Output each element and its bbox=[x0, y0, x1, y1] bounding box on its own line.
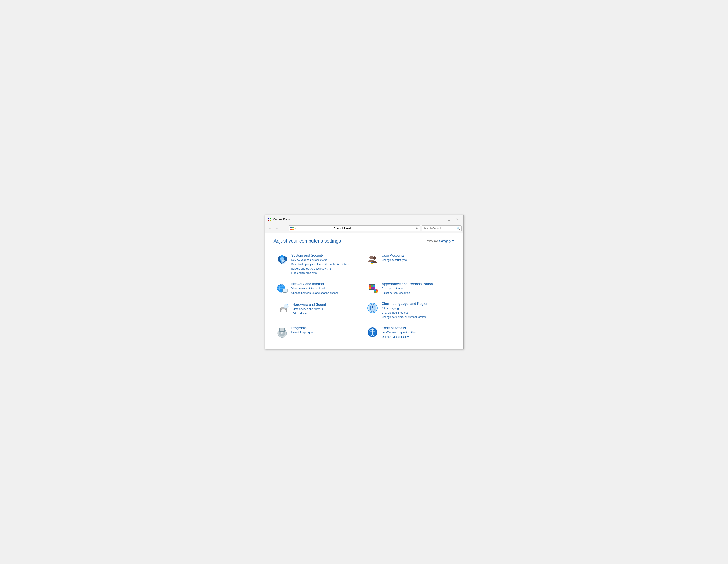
address-chevron-button[interactable]: ⌄ bbox=[411, 226, 415, 230]
search-box[interactable]: 🔍 bbox=[422, 225, 462, 231]
category-system-security[interactable]: System and Security Review your computer… bbox=[274, 250, 364, 279]
clock-language-icon bbox=[366, 302, 379, 314]
search-input[interactable] bbox=[423, 227, 456, 230]
window-controls: — □ ✕ bbox=[438, 217, 461, 222]
content-header: Adjust your computer's settings View by:… bbox=[274, 238, 455, 244]
svg-rect-3 bbox=[270, 220, 271, 221]
category-ease-of-access[interactable]: Ease of Access Let Windows suggest setti… bbox=[364, 323, 455, 342]
minimize-button[interactable]: — bbox=[438, 217, 445, 222]
programs-icon bbox=[276, 326, 288, 338]
search-button[interactable]: 🔍 bbox=[457, 227, 460, 230]
programs-title[interactable]: Programs bbox=[291, 326, 314, 330]
view-by-control: View by: Category ▼ bbox=[427, 239, 455, 243]
ease-of-access-link-2[interactable]: Optimize visual display bbox=[382, 335, 417, 339]
svg-point-12 bbox=[373, 256, 376, 260]
svg-rect-5 bbox=[292, 227, 294, 228]
svg-rect-28 bbox=[371, 285, 373, 287]
view-by-label: View by: bbox=[427, 239, 438, 243]
ease-of-access-icon bbox=[366, 326, 379, 338]
svg-rect-7 bbox=[292, 229, 294, 230]
clock-language-link-3[interactable]: Change date, time, or number formats bbox=[382, 315, 428, 319]
chevron-down-icon: ▼ bbox=[452, 239, 455, 243]
svg-point-11 bbox=[369, 256, 373, 259]
programs-text: Programs Uninstall a program bbox=[291, 326, 314, 335]
refresh-button[interactable]: ↻ bbox=[415, 226, 418, 230]
view-by-dropdown[interactable]: Category ▼ bbox=[439, 239, 455, 243]
programs-link-1[interactable]: Uninstall a program bbox=[291, 331, 314, 335]
svg-rect-2 bbox=[268, 220, 269, 221]
svg-rect-36 bbox=[282, 309, 285, 312]
ease-of-access-link-1[interactable]: Let Windows suggest settings bbox=[382, 331, 417, 335]
ease-of-access-title[interactable]: Ease of Access bbox=[382, 326, 417, 330]
svg-rect-6 bbox=[290, 229, 292, 230]
category-clock-language[interactable]: Clock, Language, and Region Add a langua… bbox=[364, 298, 455, 322]
svg-rect-4 bbox=[290, 227, 292, 228]
svg-rect-30 bbox=[369, 287, 371, 289]
svg-rect-1 bbox=[270, 218, 271, 219]
category-appearance[interactable]: Appearance and Personalization Change th… bbox=[364, 279, 455, 298]
appearance-text: Appearance and Personalization Change th… bbox=[382, 282, 433, 295]
svg-rect-15 bbox=[371, 262, 373, 263]
window-title: Control Panel bbox=[273, 218, 438, 221]
network-internet-title[interactable]: Network and Internet bbox=[291, 282, 338, 286]
categories-grid: System and Security Review your computer… bbox=[274, 250, 455, 342]
view-by-value-text: Category bbox=[439, 239, 451, 243]
up-button[interactable]: ↑ bbox=[281, 225, 287, 231]
appearance-link-1[interactable]: Change the theme bbox=[382, 287, 433, 291]
svg-rect-22 bbox=[283, 289, 287, 292]
control-panel-window: Control Panel — □ ✕ ← → ↑ › Control Pane… bbox=[265, 215, 464, 349]
system-security-title[interactable]: System and Security bbox=[291, 254, 349, 258]
system-security-link-4[interactable]: Find and fix problems bbox=[291, 271, 349, 275]
address-icon bbox=[290, 227, 294, 230]
svg-point-48 bbox=[372, 308, 373, 308]
svg-rect-29 bbox=[373, 285, 375, 287]
page-title: Adjust your computer's settings bbox=[274, 238, 341, 244]
svg-rect-0 bbox=[268, 218, 269, 219]
network-internet-link-1[interactable]: View network status and tasks bbox=[291, 287, 338, 291]
address-text: › bbox=[295, 227, 333, 230]
svg-rect-31 bbox=[371, 287, 375, 289]
address-arrow: › bbox=[373, 227, 411, 230]
hardware-sound-text: Hardware and Sound View devices and prin… bbox=[293, 303, 326, 315]
svg-rect-27 bbox=[369, 285, 371, 287]
app-icon bbox=[268, 218, 271, 222]
forward-button[interactable]: → bbox=[274, 225, 280, 231]
hardware-sound-title[interactable]: Hardware and Sound bbox=[293, 303, 326, 307]
ease-of-access-text: Ease of Access Let Windows suggest setti… bbox=[382, 326, 417, 339]
back-button[interactable]: ← bbox=[267, 225, 273, 231]
system-security-link-2[interactable]: Save backup copies of your files with Fi… bbox=[291, 262, 349, 266]
system-security-icon bbox=[276, 254, 288, 266]
network-internet-text: Network and Internet View network status… bbox=[291, 282, 338, 295]
appearance-icon bbox=[366, 282, 379, 294]
category-user-accounts[interactable]: User Accounts Change account type bbox=[364, 250, 455, 279]
title-bar: Control Panel — □ ✕ bbox=[265, 215, 463, 224]
appearance-link-2[interactable]: Adjust screen resolution bbox=[382, 291, 433, 295]
clock-language-title[interactable]: Clock, Language, and Region bbox=[382, 302, 428, 306]
hardware-sound-icon bbox=[277, 303, 290, 315]
category-hardware-sound[interactable]: Hardware and Sound View devices and prin… bbox=[275, 300, 363, 321]
system-security-link-3[interactable]: Backup and Restore (Windows 7) bbox=[291, 267, 349, 271]
category-network-internet[interactable]: Network and Internet View network status… bbox=[274, 279, 364, 298]
system-security-text: System and Security Review your computer… bbox=[291, 254, 349, 275]
user-accounts-text: User Accounts Change account type bbox=[382, 254, 407, 262]
clock-language-link-1[interactable]: Add a language bbox=[382, 306, 428, 310]
clock-language-link-2[interactable]: Change input methods bbox=[382, 311, 428, 315]
system-security-link-1[interactable]: Review your computer's status bbox=[291, 258, 349, 262]
maximize-button[interactable]: □ bbox=[446, 217, 453, 222]
navigation-toolbar: ← → ↑ › Control Panel › ⌄ ↻ 🔍 bbox=[265, 224, 463, 233]
close-button[interactable]: ✕ bbox=[454, 217, 461, 222]
network-internet-link-2[interactable]: Choose homegroup and sharing options bbox=[291, 291, 338, 295]
address-breadcrumb: Control Panel bbox=[334, 227, 372, 230]
category-programs[interactable]: Programs Uninstall a program bbox=[274, 323, 364, 342]
hardware-sound-link-2[interactable]: Add a device bbox=[293, 312, 326, 315]
clock-language-text: Clock, Language, and Region Add a langua… bbox=[382, 302, 428, 319]
user-accounts-title[interactable]: User Accounts bbox=[382, 254, 407, 258]
appearance-title[interactable]: Appearance and Personalization bbox=[382, 282, 433, 286]
user-accounts-link-1[interactable]: Change account type bbox=[382, 258, 407, 262]
hardware-sound-link-1[interactable]: View devices and printers bbox=[293, 307, 326, 311]
svg-point-52 bbox=[282, 333, 283, 334]
main-content: Adjust your computer's settings View by:… bbox=[265, 233, 463, 349]
network-internet-icon bbox=[276, 282, 288, 294]
svg-rect-54 bbox=[280, 328, 284, 331]
address-bar[interactable]: › Control Panel › ⌄ ↻ bbox=[289, 225, 420, 231]
